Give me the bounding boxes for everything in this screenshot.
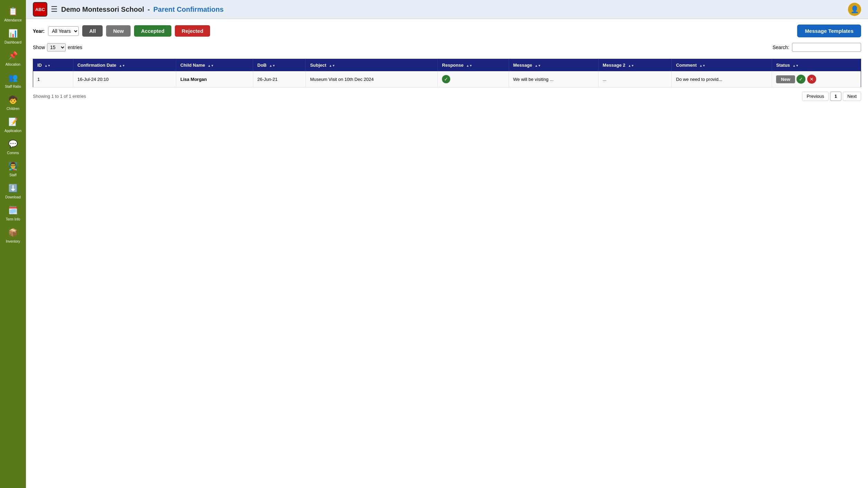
col-status[interactable]: Status ▲▼ (772, 59, 861, 72)
sidebar-item-staff[interactable]: 👨‍🏫 Staff (1, 158, 25, 179)
status-badge: New (776, 75, 795, 83)
download-icon: ⬇️ (7, 182, 19, 194)
cell-id: 1 (33, 71, 73, 87)
header-separator: - (148, 6, 150, 13)
page-1-button[interactable]: 1 (830, 92, 841, 101)
dashboard-icon: 📊 (7, 28, 19, 39)
cell-response: ✓ (438, 71, 509, 87)
show-entries: Show 10 15 25 50 100 entries (33, 43, 82, 51)
hamburger-button[interactable]: ☰ (51, 5, 58, 14)
sidebar-item-inventory[interactable]: 📦 Inventory (1, 225, 25, 245)
search-label: Search: (773, 45, 789, 50)
col-comment[interactable]: Comment ▲▼ (672, 59, 772, 72)
sidebar-item-label: Inventory (6, 240, 20, 243)
next-page-button[interactable]: Next (843, 92, 861, 101)
sidebar-item-children[interactable]: 🧒 Children (1, 92, 25, 113)
message-templates-button[interactable]: Message Templates (797, 25, 861, 37)
sidebar-item-attendance[interactable]: 📋 Attendance (1, 3, 25, 24)
content-area: Year: All Years 2024 2023 2022 All New A… (26, 19, 868, 488)
cell-dob: 26-Jun-21 (253, 71, 306, 87)
inventory-icon: 📦 (7, 227, 19, 238)
sort-icon: ▲▼ (628, 64, 634, 67)
entries-label: entries (68, 45, 82, 50)
allocation-icon: 📌 (7, 50, 19, 62)
reject-action-button[interactable]: ✕ (807, 75, 816, 84)
previous-page-button[interactable]: Previous (802, 92, 829, 101)
sidebar-item-dashboard[interactable]: 📊 Dashboard (1, 26, 25, 46)
filter-rejected-button[interactable]: Rejected (175, 25, 210, 37)
sidebar-item-label: Staff (9, 173, 16, 177)
avatar[interactable]: 👤 (848, 3, 861, 16)
staff-icon: 👨‍🏫 (7, 160, 19, 172)
comms-icon: 💬 (7, 138, 19, 150)
sidebar-item-label: Application (4, 129, 21, 133)
sort-icon: ▲▼ (329, 64, 335, 67)
search-bar: Search: (773, 43, 861, 52)
sidebar-item-label: Comms (7, 151, 19, 155)
cell-comment: Do we need to provid... (672, 71, 772, 87)
main-content: ABC ☰ Demo Montessori School - Parent Co… (26, 0, 868, 488)
col-subject[interactable]: Subject ▲▼ (306, 59, 438, 72)
filter-all-button[interactable]: All (82, 25, 103, 37)
sidebar-item-application[interactable]: 📝 Application (1, 114, 25, 135)
sidebar-item-label: Term Info (6, 217, 20, 221)
header: ABC ☰ Demo Montessori School - Parent Co… (26, 0, 868, 19)
pagination-controls: Previous 1 Next (802, 92, 861, 101)
filter-bar: Year: All Years 2024 2023 2022 All New A… (33, 25, 861, 37)
filter-accepted-button[interactable]: Accepted (134, 25, 171, 37)
year-select[interactable]: All Years 2024 2023 2022 (48, 26, 79, 36)
showing-text: Showing 1 to 1 of 1 entries (33, 94, 86, 99)
term-info-icon: 🗓️ (7, 205, 19, 216)
sort-icon: ▲▼ (466, 64, 472, 67)
search-input[interactable] (792, 43, 861, 52)
table-header-row: ID ▲▼ Confirmation Date ▲▼ Child Name ▲▼… (33, 59, 861, 72)
sidebar-item-comms[interactable]: 💬 Comms (1, 136, 25, 157)
filter-new-button[interactable]: New (106, 25, 131, 37)
sidebar-item-allocation[interactable]: 📌 Allocation (1, 48, 25, 68)
cell-subject: Museum Visit on 10th Dec 2024 (306, 71, 438, 87)
col-message[interactable]: Message ▲▼ (509, 59, 598, 72)
data-table: ID ▲▼ Confirmation Date ▲▼ Child Name ▲▼… (33, 59, 861, 87)
col-id[interactable]: ID ▲▼ (33, 59, 73, 72)
school-name: Demo Montessori School (61, 6, 144, 13)
sidebar-item-label: Allocation (6, 63, 20, 66)
show-search-row: Show 10 15 25 50 100 entries Search: (33, 43, 861, 55)
sort-icon: ▲▼ (793, 64, 799, 67)
accept-action-button[interactable]: ✓ (796, 75, 805, 84)
sort-icon: ▲▼ (45, 64, 51, 67)
sidebar: 📋 Attendance 📊 Dashboard 📌 Allocation 👥 … (0, 0, 26, 488)
sidebar-item-label: Download (5, 195, 20, 199)
cell-status: New ✓ ✕ (772, 71, 861, 87)
sidebar-item-label: Dashboard (4, 40, 21, 44)
sidebar-item-label: Children (7, 107, 19, 111)
table-row: 1 16-Jul-24 20:10 Lisa Morgan 26-Jun-21 … (33, 71, 861, 87)
col-child-name[interactable]: Child Name ▲▼ (176, 59, 253, 72)
sidebar-item-label: Staff Ratio (5, 85, 21, 88)
entries-select[interactable]: 10 15 25 50 100 (47, 43, 66, 51)
sidebar-item-term-info[interactable]: 🗓️ Term Info (1, 203, 25, 223)
sidebar-item-label: Attendance (4, 18, 22, 22)
col-message2[interactable]: Message 2 ▲▼ (598, 59, 672, 72)
sort-icon: ▲▼ (699, 64, 706, 67)
attendance-icon: 📋 (7, 6, 19, 17)
show-label: Show (33, 45, 45, 50)
cell-message2: ... (598, 71, 672, 87)
table-body: 1 16-Jul-24 20:10 Lisa Morgan 26-Jun-21 … (33, 71, 861, 87)
sort-icon: ▲▼ (269, 64, 275, 67)
cell-child-name: Lisa Morgan (176, 71, 253, 87)
year-label: Year: (33, 28, 45, 34)
app-logo: ABC (33, 2, 47, 17)
sidebar-item-staff-ratio[interactable]: 👥 Staff Ratio (1, 70, 25, 91)
sort-icon: ▲▼ (208, 64, 214, 67)
cell-confirmation-date: 16-Jul-24 20:10 (73, 71, 176, 87)
col-confirmation-date[interactable]: Confirmation Date ▲▼ (73, 59, 176, 72)
sidebar-item-download[interactable]: ⬇️ Download (1, 180, 25, 201)
application-icon: 📝 (7, 116, 19, 128)
col-response[interactable]: Response ▲▼ (438, 59, 509, 72)
pagination-row: Showing 1 to 1 of 1 entries Previous 1 N… (33, 92, 861, 101)
children-icon: 🧒 (7, 94, 19, 106)
col-dob[interactable]: DoB ▲▼ (253, 59, 306, 72)
sort-icon: ▲▼ (119, 64, 125, 67)
cell-message: We will be visiting ... (509, 71, 598, 87)
page-title: Parent Confirmations (153, 6, 224, 13)
